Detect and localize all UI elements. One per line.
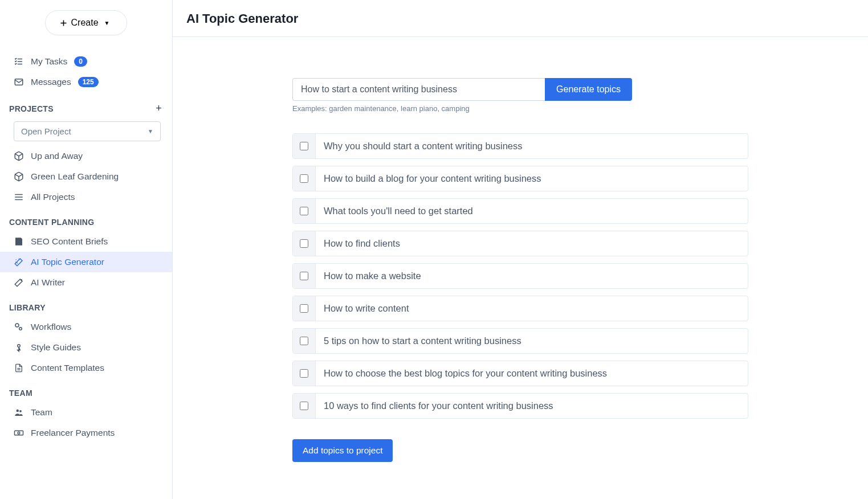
- topic-text: How to choose the best blog topics for y…: [316, 361, 748, 386]
- topic-row: How to make a website: [292, 263, 748, 289]
- svg-point-18: [17, 410, 19, 412]
- topic-text: What tools you'll need to get started: [316, 199, 748, 223]
- section-head-label: LIBRARY: [9, 303, 46, 312]
- topic-checkbox[interactable]: [300, 402, 308, 410]
- topic-row: What tools you'll need to get started: [292, 198, 748, 224]
- sidebar-item-freelancer-payments[interactable]: Freelancer Payments: [0, 423, 172, 443]
- topic-row: Why you should start a content writing b…: [292, 133, 748, 159]
- topic-text: How to find clients: [316, 231, 748, 256]
- add-topics-button[interactable]: Add topics to project: [292, 439, 393, 462]
- sidebar-item-label: Freelancer Payments: [31, 428, 115, 438]
- topic-text: How to build a blog for your content wri…: [316, 166, 748, 191]
- sidebar-item-label: AI Topic Generator: [31, 257, 104, 267]
- sidebar-item-label: Green Leaf Gardening: [31, 171, 119, 182]
- badge-count: 0: [74, 56, 87, 67]
- sidebar-item-label: SEO Content Briefs: [31, 236, 108, 247]
- topic-input[interactable]: [292, 78, 545, 101]
- sidebar-item-project[interactable]: Up and Away: [0, 146, 172, 166]
- sidebar-item-label: Workflows: [31, 322, 71, 332]
- svg-point-15: [18, 345, 21, 347]
- topic-checkbox[interactable]: [300, 369, 308, 378]
- sidebar-item-style-guides[interactable]: Style Guides: [0, 337, 172, 358]
- topic-text: 5 tips on how to start a content writing…: [316, 329, 748, 353]
- topic-checkbox[interactable]: [300, 207, 308, 215]
- money-icon: [14, 428, 24, 438]
- topic-row: 10 ways to find clients for your content…: [292, 393, 748, 419]
- gears-icon: [14, 322, 24, 332]
- sidebar-item-label: Style Guides: [31, 342, 81, 353]
- topic-checkbox[interactable]: [300, 337, 308, 345]
- topic-row: How to write content: [292, 296, 748, 321]
- plus-icon[interactable]: +: [156, 103, 162, 114]
- topic-checkbox-wrap: [293, 394, 316, 418]
- section-head-content-planning: CONTENT PLANNING: [0, 207, 172, 231]
- topic-checkbox[interactable]: [300, 239, 308, 248]
- topic-row: How to find clients: [292, 231, 748, 256]
- section-head-label: CONTENT PLANNING: [9, 218, 94, 227]
- topic-checkbox-wrap: [293, 329, 316, 353]
- wand-icon: [14, 277, 24, 288]
- tasks-icon: [14, 56, 24, 67]
- topic-text: Why you should start a content writing b…: [316, 134, 748, 158]
- sidebar-item-content-templates[interactable]: Content Templates: [0, 358, 172, 378]
- topic-row: How to choose the best blog topics for y…: [292, 361, 748, 386]
- topic-checkbox-wrap: [293, 296, 316, 321]
- open-project-label: Open Project: [21, 126, 71, 136]
- topic-checkbox[interactable]: [300, 304, 308, 313]
- note-icon: [14, 237, 24, 246]
- topic-text: How to make a website: [316, 264, 748, 288]
- file-icon: [14, 363, 24, 373]
- sidebar-item-label: AI Writer: [31, 277, 65, 288]
- sidebar: Create ▼ My Tasks 0 Messages 125 PROJECT…: [0, 0, 173, 499]
- sidebar-item-workflows[interactable]: Workflows: [0, 317, 172, 337]
- create-label: Create: [71, 18, 99, 28]
- topic-text: 10 ways to find clients for your content…: [316, 394, 748, 418]
- page-title: AI Topic Generator: [173, 0, 868, 37]
- svg-point-13: [15, 324, 19, 327]
- topic-checkbox[interactable]: [300, 272, 308, 280]
- main: AI Topic Generator Generate topics Examp…: [173, 0, 868, 499]
- sidebar-item-ai-writer[interactable]: AI Writer: [0, 272, 172, 293]
- section-head-label: PROJECTS: [9, 104, 54, 113]
- open-project-select[interactable]: Open Project ▼: [14, 121, 161, 141]
- topic-row: How to build a blog for your content wri…: [292, 166, 748, 191]
- box-icon: [14, 171, 24, 182]
- ruler-icon: [14, 342, 24, 353]
- topic-checkbox[interactable]: [300, 174, 308, 183]
- sidebar-item-label: Team: [31, 407, 52, 418]
- generate-topics-button[interactable]: Generate topics: [545, 78, 632, 101]
- svg-point-21: [18, 432, 20, 434]
- sidebar-item-ai-topic-generator[interactable]: AI Topic Generator: [0, 252, 172, 272]
- topic-row: 5 tips on how to start a content writing…: [292, 328, 748, 354]
- sidebar-item-label: My Tasks: [31, 56, 67, 67]
- examples-text: Examples: garden maintenance, learn pian…: [292, 104, 748, 113]
- sidebar-item-label: All Projects: [31, 192, 75, 202]
- sidebar-item-all-projects[interactable]: All Projects: [0, 187, 172, 207]
- svg-rect-11: [16, 238, 22, 245]
- magic-wand-icon: [14, 257, 24, 267]
- topic-checkbox[interactable]: [300, 142, 308, 150]
- create-button[interactable]: Create ▼: [45, 10, 128, 35]
- section-head-team: TEAM: [0, 378, 172, 402]
- sidebar-item-seo-briefs[interactable]: SEO Content Briefs: [0, 231, 172, 252]
- section-head-library: LIBRARY: [0, 293, 172, 317]
- sidebar-item-label: Up and Away: [31, 151, 83, 161]
- svg-point-19: [19, 410, 22, 412]
- topic-text: How to write content: [316, 296, 748, 321]
- svg-point-14: [19, 328, 22, 330]
- topic-checkbox-wrap: [293, 134, 316, 158]
- sidebar-item-messages[interactable]: Messages 125: [0, 72, 172, 92]
- topic-checkbox-wrap: [293, 264, 316, 288]
- topic-checkbox-wrap: [293, 361, 316, 386]
- sidebar-item-team[interactable]: Team: [0, 402, 172, 423]
- topic-checkbox-wrap: [293, 231, 316, 256]
- badge-count: 125: [78, 77, 99, 87]
- sidebar-item-project[interactable]: Green Leaf Gardening: [0, 166, 172, 187]
- sidebar-item-label: Messages: [31, 77, 71, 87]
- section-head-projects: PROJECTS +: [0, 92, 172, 119]
- box-icon: [14, 151, 24, 161]
- sidebar-item-my-tasks[interactable]: My Tasks 0: [0, 51, 172, 72]
- chevron-down-icon: ▼: [104, 20, 110, 26]
- topic-checkbox-wrap: [293, 166, 316, 191]
- envelope-icon: [14, 77, 24, 87]
